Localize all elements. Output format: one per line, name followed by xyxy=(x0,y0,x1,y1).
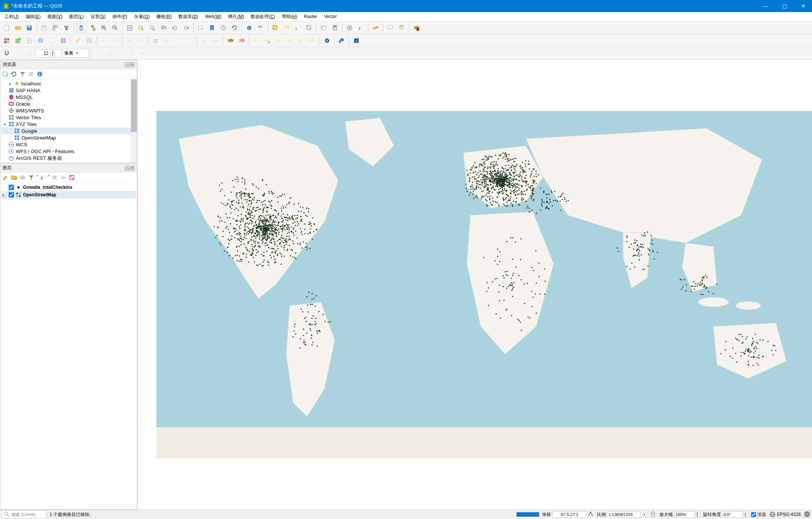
layer-item-gowalla-totalcheckins[interactable]: Gowalla_totalCheckins xyxy=(1,184,136,191)
browser-item-oracle[interactable]: Oracle xyxy=(1,100,136,107)
add-feature-button[interactable] xyxy=(98,35,109,46)
minimize-button[interactable]: — xyxy=(760,3,771,9)
new-project-button[interactable] xyxy=(2,23,12,33)
coordinate-toggle-icon[interactable] xyxy=(587,511,594,519)
layout-manager-button[interactable] xyxy=(50,23,61,33)
maximize-button[interactable]: ▢ xyxy=(779,3,790,9)
browser-item-xyz-tiles[interactable]: ▾XYZ Tiles xyxy=(1,121,136,127)
osm-download-button[interactable] xyxy=(322,35,332,46)
layer-visibility-button[interactable] xyxy=(19,174,26,181)
menu-帮助[interactable]: 帮助(H) xyxy=(279,12,300,21)
zoom-full-button[interactable] xyxy=(124,23,135,33)
plugin-help-button[interactable]: ? xyxy=(351,35,362,46)
crs-button[interactable]: EPSG:4326 xyxy=(769,511,801,518)
self-snap-button[interactable] xyxy=(127,48,137,59)
select-by-expression-button[interactable]: ε xyxy=(292,23,303,33)
temporal-controller-button[interactable] xyxy=(218,23,229,33)
layers-close-button[interactable]: ✕ xyxy=(130,166,135,170)
render-toggle[interactable]: 渲染 xyxy=(751,511,766,518)
browser-properties-button[interactable]: i xyxy=(36,70,44,78)
render-checkbox[interactable] xyxy=(751,512,756,517)
browser-item-sap-hana[interactable]: SAP HANA xyxy=(1,87,136,94)
menu-设置[interactable]: 设置(S) xyxy=(88,12,109,21)
delete-selected-button[interactable] xyxy=(150,35,161,46)
scale-input[interactable] xyxy=(607,511,641,517)
menu-Web[interactable]: Web(W) xyxy=(202,13,224,20)
new-print-layout-button[interactable] xyxy=(39,23,49,33)
new-spatialite-button[interactable] xyxy=(35,35,46,46)
menu-数据处理[interactable]: 数据处理(C) xyxy=(248,12,278,21)
select-features-button[interactable] xyxy=(270,23,280,33)
browser-item-wcs[interactable]: WCS xyxy=(1,141,136,148)
browser-close-button[interactable]: ✕ xyxy=(130,62,135,67)
identify-button[interactable]: i xyxy=(244,23,255,33)
browser-filter-button[interactable] xyxy=(19,70,26,78)
rotation-down[interactable]: ▾ xyxy=(743,514,748,517)
menu-数据库[interactable]: 数据库(D) xyxy=(176,12,201,21)
layer-item-openstreetmap[interactable]: ▸OpenStreetMap xyxy=(1,191,136,199)
open-project-button[interactable] xyxy=(13,23,23,33)
data-source-manager-button[interactable] xyxy=(2,35,12,46)
label-prop-2[interactable] xyxy=(262,35,273,46)
scale-dropdown[interactable]: ▾ xyxy=(642,513,647,517)
browser-item-google[interactable]: Google xyxy=(1,127,136,134)
new-memory-button[interactable] xyxy=(58,35,68,46)
snapping-button[interactable] xyxy=(2,48,12,59)
save-edits-button[interactable] xyxy=(84,35,94,46)
menu-Raster[interactable]: Raster xyxy=(301,13,320,20)
label-toolbar-1[interactable]: abc xyxy=(225,35,235,46)
text-annotation-button[interactable]: T xyxy=(396,23,407,33)
style-manager-button[interactable] xyxy=(61,23,72,33)
browser-item-localhost[interactable]: ▸localhost xyxy=(1,80,136,87)
field-calculator-button[interactable] xyxy=(330,23,340,33)
browser-item-arcgis-rest-[interactable]: ArcGIS REST 服务器 xyxy=(1,155,136,162)
tolerance-value[interactable] xyxy=(37,51,48,56)
browser-add-button[interactable]: + xyxy=(2,70,9,78)
paste-features-button[interactable] xyxy=(184,35,195,46)
browser-item-wms-wmts[interactable]: WMS/WMTS xyxy=(1,107,136,114)
trace-button[interactable] xyxy=(115,48,126,59)
statistics-button[interactable]: Σ xyxy=(356,23,366,33)
new-map-view-button[interactable]: + xyxy=(195,23,206,33)
new-virtual-button[interactable] xyxy=(47,35,57,46)
toolbox-button[interactable] xyxy=(344,23,355,33)
browser-tree[interactable]: ▸localhostSAP HANAMSSQLOracleWMS/WMTSVec… xyxy=(0,79,137,163)
measure-button[interactable] xyxy=(370,23,381,33)
menu-编辑[interactable]: 编辑(E) xyxy=(23,12,44,21)
python-console-button[interactable] xyxy=(336,35,347,46)
magnifier-down[interactable]: ▾ xyxy=(695,514,700,517)
browser-item-vector-tiles[interactable]: Vector Tiles xyxy=(1,114,136,121)
browser-item-openstreetmap[interactable]: OpenStreetMap xyxy=(1,134,136,141)
layer-remove-button[interactable] xyxy=(68,174,76,181)
label-prop-5[interactable] xyxy=(296,35,306,46)
snapping-units-select[interactable]: 像素▾ xyxy=(62,49,89,58)
select-by-value-button[interactable] xyxy=(281,23,292,33)
messages-button[interactable] xyxy=(804,511,810,519)
browser-item-mssql[interactable]: MSSQL xyxy=(1,94,136,100)
menu-网孔[interactable]: 网孔(M) xyxy=(225,12,247,21)
browser-scrollbar[interactable] xyxy=(131,79,137,163)
deselect-all-button[interactable] xyxy=(304,23,314,33)
snap-scale-button[interactable] xyxy=(138,48,148,59)
zoom-to-layer-button[interactable] xyxy=(147,23,158,33)
layer-expand-button[interactable] xyxy=(51,174,58,181)
locator-input[interactable] xyxy=(12,512,42,517)
zoom-in-button[interactable] xyxy=(98,23,109,33)
coordinate-input[interactable] xyxy=(552,511,586,517)
magnifier-up[interactable]: ▴ xyxy=(695,511,700,514)
zoom-last-button[interactable] xyxy=(170,23,180,33)
layers-undock-button[interactable]: ◇ xyxy=(125,166,129,170)
new-shapefile-button[interactable] xyxy=(24,35,35,46)
label-prop-1[interactable] xyxy=(251,35,261,46)
rotation-input[interactable] xyxy=(722,511,743,517)
pan-to-selection-button[interactable] xyxy=(87,23,98,33)
no-labels-button[interactable]: abc xyxy=(411,23,421,33)
attribute-table-button[interactable] xyxy=(318,23,329,33)
action-button[interactable] xyxy=(255,23,266,33)
move-feature-button[interactable] xyxy=(124,35,135,46)
layer-expr-button[interactable]: ε xyxy=(39,174,47,181)
menu-栅格[interactable]: 栅格(R) xyxy=(153,12,175,21)
browser-undock-button[interactable]: ◇ xyxy=(125,62,129,67)
menu-图层[interactable]: 图层(L) xyxy=(66,12,87,21)
undo-button[interactable] xyxy=(199,35,209,46)
